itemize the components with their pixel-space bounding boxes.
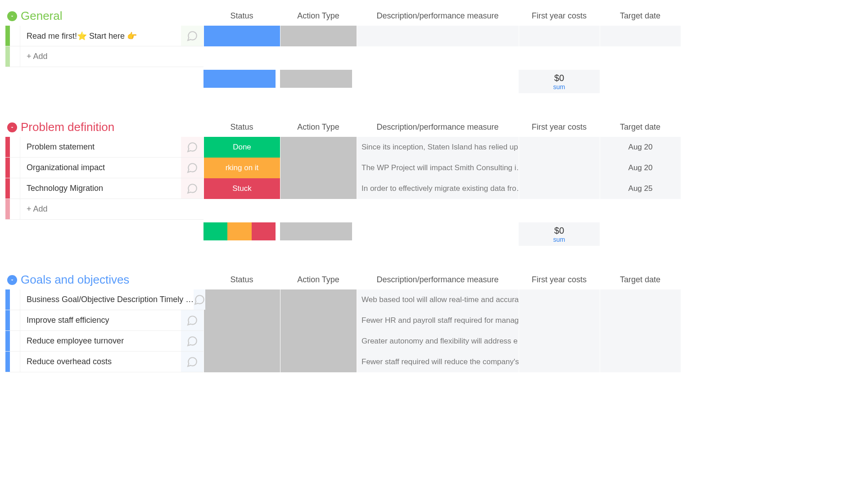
column-header[interactable]: Status: [203, 275, 280, 285]
summary-action[interactable]: [280, 222, 352, 240]
chat-icon[interactable]: [181, 158, 203, 178]
cost-cell[interactable]: [519, 158, 600, 178]
status-cell[interactable]: [203, 310, 280, 331]
status-cell[interactable]: [203, 289, 280, 310]
status-segment: [252, 222, 276, 240]
column-header[interactable]: Description/performance measure: [357, 275, 519, 285]
action-type-cell[interactable]: [280, 178, 357, 199]
column-header[interactable]: Status: [203, 122, 280, 132]
status-cell[interactable]: [203, 26, 280, 46]
summary-status[interactable]: [203, 70, 276, 88]
action-type-cell[interactable]: [280, 137, 357, 158]
description-cell[interactable]: Greater autonomy and flexibility will ad…: [357, 331, 519, 352]
target-date-cell[interactable]: [600, 310, 681, 331]
status-cell[interactable]: Done: [203, 137, 280, 158]
chat-icon[interactable]: [181, 331, 203, 351]
target-date-cell[interactable]: [600, 26, 681, 46]
group-title[interactable]: Problem definition: [21, 120, 114, 134]
row-color-bar: [5, 199, 10, 219]
column-header[interactable]: Action Type: [280, 122, 357, 132]
chat-icon[interactable]: [181, 352, 203, 372]
target-date-cell[interactable]: [600, 331, 681, 352]
chat-icon[interactable]: [181, 137, 203, 157]
summary-action[interactable]: [280, 70, 352, 88]
group-header: Goals and objectivesStatusAction TypeDes…: [5, 273, 868, 287]
row-name[interactable]: Reduce employee turnover: [27, 336, 124, 346]
description-cell[interactable]: Fewer staff required will reduce the com…: [357, 352, 519, 372]
status-cell[interactable]: rking on it: [203, 158, 280, 178]
summary-cost-label: sum: [553, 236, 565, 243]
table-row: Reduce overhead costsFewer staff require…: [5, 352, 868, 372]
add-row[interactable]: + Add: [5, 46, 868, 67]
action-type-cell[interactable]: [280, 331, 357, 352]
collapse-icon[interactable]: [7, 122, 17, 132]
cost-cell[interactable]: [519, 289, 600, 310]
column-header[interactable]: Target date: [600, 122, 681, 132]
status-segment: [227, 222, 251, 240]
add-row-label[interactable]: + Add: [27, 52, 48, 61]
row-color-bar: [5, 331, 10, 351]
summary-cost-amount: $0: [554, 73, 564, 83]
description-cell[interactable]: [357, 26, 519, 46]
group-summary: $0sum: [5, 70, 868, 93]
action-type-cell[interactable]: [280, 26, 357, 46]
column-header[interactable]: First year costs: [519, 122, 600, 132]
description-cell[interactable]: Since its inception, Staten Island has r…: [357, 137, 519, 158]
status-cell[interactable]: [203, 352, 280, 372]
column-header[interactable]: First year costs: [519, 275, 600, 285]
group-title[interactable]: Goals and objectives: [21, 273, 129, 287]
chat-icon[interactable]: [181, 178, 203, 199]
column-header[interactable]: Action Type: [280, 275, 357, 285]
cost-cell[interactable]: [519, 352, 600, 372]
cost-cell[interactable]: [519, 310, 600, 331]
cost-cell[interactable]: [519, 178, 600, 199]
summary-cost[interactable]: $0sum: [519, 222, 600, 246]
row-name[interactable]: Technology Migration: [27, 184, 103, 193]
cost-cell[interactable]: [519, 137, 600, 158]
row-name[interactable]: Business Goal/Objective Description Time…: [27, 295, 194, 304]
column-header[interactable]: Status: [203, 11, 280, 21]
cost-cell[interactable]: [519, 331, 600, 352]
collapse-icon[interactable]: [7, 11, 17, 21]
row-color-bar: [5, 158, 10, 178]
target-date-cell[interactable]: [600, 352, 681, 372]
cost-cell[interactable]: [519, 26, 600, 46]
status-cell[interactable]: Stuck: [203, 178, 280, 199]
summary-cost[interactable]: $0sum: [519, 70, 600, 93]
target-date-cell[interactable]: Aug 20: [600, 158, 681, 178]
group-title[interactable]: General: [21, 9, 63, 23]
action-type-cell[interactable]: [280, 158, 357, 178]
status-cell[interactable]: [203, 331, 280, 352]
row-name[interactable]: Problem statement: [27, 142, 95, 152]
description-cell[interactable]: In order to effectively migrate existing…: [357, 178, 519, 199]
action-type-cell[interactable]: [280, 289, 357, 310]
description-cell[interactable]: Fewer HR and payroll staff required for …: [357, 310, 519, 331]
collapse-icon[interactable]: [7, 275, 17, 285]
group-general: GeneralStatusAction TypeDescription/perf…: [5, 9, 868, 93]
target-date-cell[interactable]: Aug 25: [600, 178, 681, 199]
row-name[interactable]: Organizational impact: [27, 163, 105, 172]
group-summary: $0sum: [5, 222, 868, 246]
column-header[interactable]: Description/performance measure: [357, 122, 519, 132]
action-type-cell[interactable]: [280, 310, 357, 331]
target-date-cell[interactable]: Aug 20: [600, 137, 681, 158]
column-header[interactable]: Description/performance measure: [357, 11, 519, 21]
add-row[interactable]: + Add: [5, 199, 868, 220]
column-header[interactable]: Target date: [600, 275, 681, 285]
add-row-label[interactable]: + Add: [27, 204, 48, 214]
description-cell[interactable]: Web based tool will allow real-time and …: [357, 289, 519, 310]
target-date-cell[interactable]: [600, 289, 681, 310]
chat-icon[interactable]: [181, 26, 203, 46]
row-name[interactable]: Reduce overhead costs: [27, 357, 112, 366]
column-header[interactable]: Target date: [600, 11, 681, 21]
row-color-bar: [5, 289, 10, 310]
column-header[interactable]: First year costs: [519, 11, 600, 21]
column-header[interactable]: Action Type: [280, 11, 357, 21]
row-name[interactable]: Read me first!⭐ Start here 👉: [27, 31, 137, 41]
action-type-cell[interactable]: [280, 352, 357, 372]
description-cell[interactable]: The WP Project will impact Smith Consult…: [357, 158, 519, 178]
row-name[interactable]: Improve staff efficiency: [27, 316, 109, 325]
chat-icon[interactable]: [181, 310, 203, 330]
chat-icon[interactable]: [194, 289, 205, 310]
summary-status[interactable]: [203, 222, 276, 240]
